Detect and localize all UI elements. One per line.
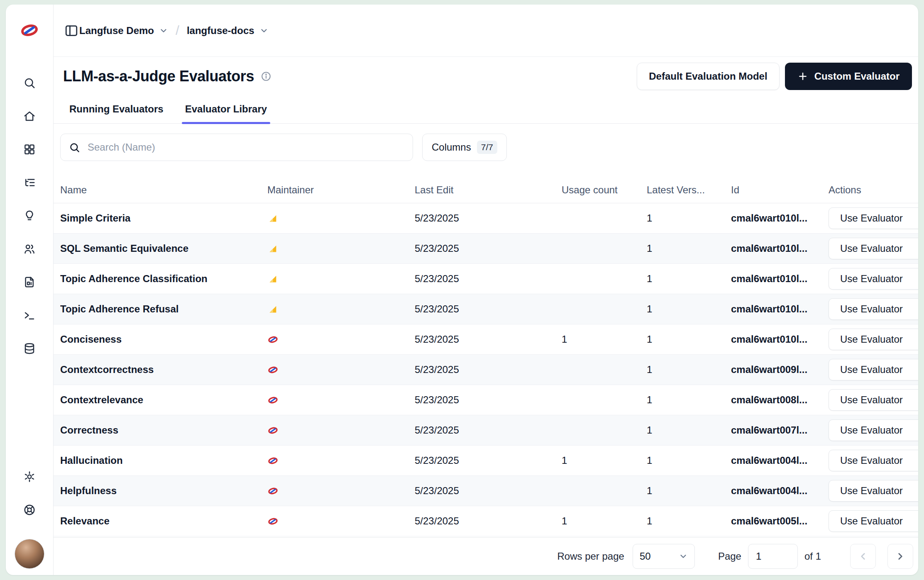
- project-switcher[interactable]: langfuse-docs: [187, 25, 269, 37]
- trace-tree-icon[interactable]: [23, 176, 36, 189]
- last-edit-date: 5/23/2025: [415, 212, 562, 224]
- rows-per-page-label: Rows per page: [557, 551, 624, 562]
- rows-per-page-select[interactable]: 50: [633, 544, 695, 569]
- table-row[interactable]: Hallucination 5/23/2025 1 1 cmal6wart004…: [54, 446, 918, 476]
- search-icon: [69, 142, 80, 153]
- maintainer-cell: [267, 213, 415, 224]
- use-evaluator-button[interactable]: Use Evaluator: [829, 389, 918, 411]
- use-evaluator-button[interactable]: Use Evaluator: [829, 510, 918, 532]
- last-edit-date: 5/23/2025: [415, 394, 562, 406]
- settings-gear-icon[interactable]: [23, 470, 36, 483]
- sidebar-rail: [6, 5, 54, 575]
- latest-version-value: 1: [647, 364, 731, 375]
- column-header-id: Id: [731, 184, 829, 196]
- table-row[interactable]: Correctness 5/23/2025 1 cmal6wart007l...…: [54, 415, 918, 446]
- actions-cell: Use Evaluator: [829, 238, 918, 259]
- tab-running-evaluators[interactable]: Running Evaluators: [66, 98, 167, 123]
- use-evaluator-button[interactable]: Use Evaluator: [829, 450, 918, 471]
- table-row[interactable]: Conciseness 5/23/2025 1 1 cmal6wart010l.…: [54, 324, 918, 355]
- user-avatar[interactable]: [15, 539, 44, 569]
- columns-count-badge: 7/7: [477, 141, 497, 154]
- langfuse-maintainer-icon: [267, 485, 279, 497]
- tab-evaluator-library[interactable]: Evaluator Library: [182, 98, 270, 123]
- evaluator-id: cmal6wart004l...: [731, 455, 829, 466]
- project-name: langfuse-docs: [187, 25, 254, 37]
- table-toolbar: Columns 7/7: [60, 134, 910, 161]
- maintainer-cell: [267, 455, 415, 466]
- evaluator-id: cmal6wart010l...: [731, 334, 829, 345]
- evaluator-name: Correctness: [60, 424, 267, 436]
- sidebar-toggle-icon[interactable]: [64, 23, 79, 38]
- page-number-input[interactable]: [748, 544, 798, 569]
- maintainer-cell: [267, 485, 415, 497]
- last-edit-date: 5/23/2025: [415, 515, 562, 527]
- users-icon[interactable]: [23, 243, 36, 255]
- use-evaluator-button[interactable]: Use Evaluator: [829, 268, 918, 290]
- evaluator-name: Hallucination: [60, 455, 267, 466]
- use-evaluator-button[interactable]: Use Evaluator: [829, 238, 918, 259]
- column-header-name: Name: [60, 184, 267, 196]
- table-row[interactable]: Contextcorrectness 5/23/2025 1 cmal6wart…: [54, 355, 918, 385]
- info-icon[interactable]: [261, 71, 271, 82]
- terminal-icon[interactable]: [23, 309, 36, 322]
- table-row[interactable]: SQL Semantic Equivalence 5/23/2025 1 cma…: [54, 234, 918, 264]
- use-evaluator-button[interactable]: Use Evaluator: [829, 480, 918, 502]
- page-label: Page: [718, 551, 741, 562]
- evaluator-name: Relevance: [60, 515, 267, 527]
- page-header: LLM-as-a-Judge Evaluators Default Evalua…: [54, 57, 918, 124]
- search-input[interactable]: [88, 141, 404, 153]
- columns-button[interactable]: Columns 7/7: [422, 134, 507, 161]
- table-row[interactable]: Contextrelevance 5/23/2025 1 cmal6wart00…: [54, 385, 918, 415]
- previous-page-button[interactable]: [850, 544, 876, 569]
- database-icon[interactable]: [23, 342, 36, 355]
- ragas-maintainer-icon: [267, 273, 279, 285]
- home-icon[interactable]: [23, 110, 36, 122]
- usage-count-value: 1: [562, 515, 647, 527]
- evaluator-id: cmal6wart009l...: [731, 364, 829, 375]
- chevron-right-icon: [895, 551, 906, 562]
- custom-evaluator-button[interactable]: Custom Evaluator: [785, 63, 912, 90]
- ragas-maintainer-icon: [267, 213, 279, 224]
- use-evaluator-button[interactable]: Use Evaluator: [829, 359, 918, 380]
- sidebar-bottom: [15, 470, 44, 569]
- table-row[interactable]: Topic Adherence Refusal 5/23/2025 1 cmal…: [54, 294, 918, 324]
- use-evaluator-button[interactable]: Use Evaluator: [829, 298, 918, 320]
- evaluator-id: cmal6wart010l...: [731, 212, 829, 224]
- evaluator-id: cmal6wart010l...: [731, 243, 829, 254]
- usage-count-value: 1: [562, 455, 647, 466]
- evaluator-id: cmal6wart008l...: [731, 394, 829, 406]
- latest-version-value: 1: [647, 334, 731, 345]
- maintainer-cell: [267, 364, 415, 375]
- actions-cell: Use Evaluator: [829, 389, 918, 411]
- use-evaluator-button[interactable]: Use Evaluator: [829, 207, 918, 229]
- maintainer-cell: [267, 395, 415, 406]
- maintainer-cell: [267, 425, 415, 436]
- maintainer-cell: [267, 273, 415, 285]
- search-icon[interactable]: [23, 77, 36, 89]
- langfuse-maintainer-icon: [267, 364, 279, 375]
- org-name: Langfuse Demo: [79, 25, 154, 37]
- file-icon[interactable]: [23, 276, 36, 288]
- langfuse-logo-icon[interactable]: [20, 20, 39, 40]
- org-switcher[interactable]: Langfuse Demo: [79, 25, 168, 37]
- lightbulb-icon[interactable]: [23, 210, 36, 222]
- default-evaluation-model-button[interactable]: Default Evaluation Model: [637, 63, 779, 90]
- table-row[interactable]: Simple Criteria 5/23/2025 1 cmal6wart010…: [54, 203, 918, 234]
- dashboard-grid-icon[interactable]: [23, 143, 36, 156]
- use-evaluator-button[interactable]: Use Evaluator: [829, 329, 918, 350]
- table-header: Name Maintainer Last Edit Usage count La…: [54, 177, 918, 203]
- maintainer-cell: [267, 304, 415, 315]
- last-edit-date: 5/23/2025: [415, 424, 562, 436]
- ragas-maintainer-icon: [267, 243, 279, 254]
- support-lifebuoy-icon[interactable]: [23, 504, 36, 516]
- table-body: Simple Criteria 5/23/2025 1 cmal6wart010…: [54, 203, 918, 537]
- table-row[interactable]: Relevance 5/23/2025 1 1 cmal6wart005l...…: [54, 506, 918, 536]
- table-row[interactable]: Helpfulness 5/23/2025 1 cmal6wart004l...…: [54, 476, 918, 506]
- langfuse-maintainer-icon: [267, 395, 279, 406]
- use-evaluator-button[interactable]: Use Evaluator: [829, 419, 918, 441]
- page-total-label: of 1: [804, 551, 821, 562]
- next-page-button[interactable]: [887, 544, 913, 569]
- search-box: [60, 134, 413, 161]
- latest-version-value: 1: [647, 515, 731, 527]
- table-row[interactable]: Topic Adherence Classification 5/23/2025…: [54, 264, 918, 294]
